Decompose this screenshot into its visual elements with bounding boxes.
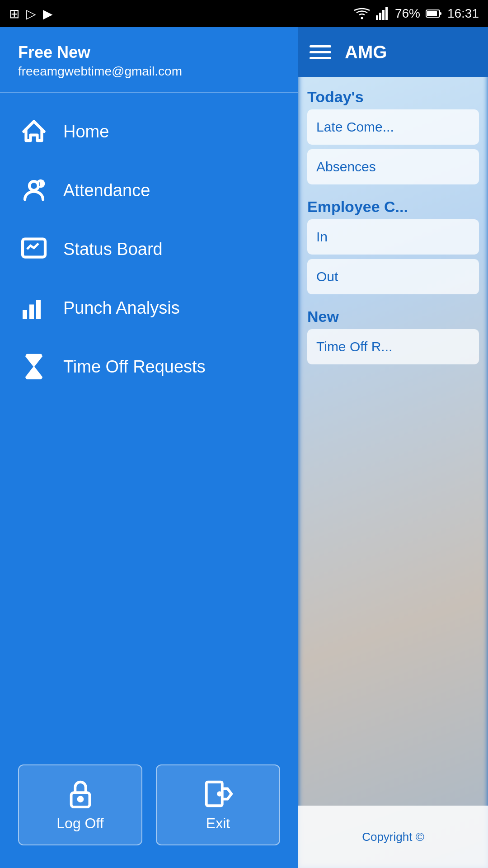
svg-rect-1 <box>376 15 378 20</box>
sidebar-email: freeamgwebtime@gmail.com <box>18 64 280 79</box>
attendance-label: Attendance <box>63 181 150 200</box>
employee-section: Employee C... In Out <box>307 198 479 299</box>
status-bar: ⊞ ▷ ▶ 76% 16:31 <box>0 0 488 27</box>
time-off-r-button[interactable]: Time Off R... <box>307 329 479 364</box>
svg-rect-13 <box>29 305 34 320</box>
employee-section-title: Employee C... <box>307 198 479 216</box>
todays-section-title: Today's <box>307 88 479 106</box>
hamburger-button[interactable] <box>310 45 331 59</box>
wifi-icon <box>353 7 371 20</box>
exit-button[interactable]: Exit <box>156 764 280 845</box>
status-bar-right: 76% 16:31 <box>353 6 479 21</box>
hamburger-line-1 <box>310 45 331 47</box>
svg-rect-7 <box>440 12 441 15</box>
app-bar-title: AMG <box>345 42 387 62</box>
home-icon <box>18 116 50 147</box>
app-bar: AMG <box>298 27 488 77</box>
copyright-text: Copyright © <box>362 830 424 844</box>
attendance-icon: i <box>18 175 50 206</box>
door-icon <box>202 778 234 810</box>
log-off-button[interactable]: Log Off <box>18 764 142 845</box>
late-comers-button[interactable]: Late Come... <box>307 109 479 145</box>
sidebar-item-time-off-requests[interactable]: Time Off Requests <box>0 337 298 396</box>
main-container: Free New freeamgwebtime@gmail.com Home <box>0 27 488 868</box>
sidebar-item-home[interactable]: Home <box>0 102 298 161</box>
copyright-bar: Copyright © <box>298 806 488 868</box>
status-board-icon <box>18 233 50 265</box>
exit-label: Exit <box>206 815 230 832</box>
status-board-label: Status Board <box>63 240 163 259</box>
time-off-requests-label: Time Off Requests <box>63 357 206 377</box>
status-bar-left-icons: ⊞ ▷ ▶ <box>9 6 53 21</box>
hamburger-line-2 <box>310 51 331 53</box>
new-section-title: New <box>307 308 479 326</box>
time-off-icon <box>18 351 50 382</box>
time-display: 16:31 <box>447 6 479 21</box>
absences-button[interactable]: Absences <box>307 149 479 184</box>
sidebar-item-status-board[interactable]: Status Board <box>0 220 298 278</box>
svg-rect-12 <box>23 310 27 319</box>
arrow-icon: ▶ <box>43 6 53 21</box>
employee-in-button[interactable]: In <box>307 219 479 255</box>
svg-rect-3 <box>382 10 385 20</box>
svg-point-0 <box>361 17 363 19</box>
right-content: AMG Today's Late Come... Absences Employ… <box>298 27 488 380</box>
log-off-label: Log Off <box>56 815 103 832</box>
punch-analysis-label: Punch Analysis <box>63 298 180 318</box>
sidebar-item-attendance[interactable]: i Attendance <box>0 161 298 220</box>
sidebar-item-punch-analysis[interactable]: Punch Analysis <box>0 278 298 337</box>
battery-percentage: 76% <box>395 6 420 21</box>
punch-analysis-icon <box>18 292 50 324</box>
svg-point-21 <box>218 793 221 795</box>
sidebar-username: Free New <box>18 43 280 62</box>
right-panel: AMG Today's Late Come... Absences Employ… <box>298 27 488 868</box>
svg-text:i: i <box>39 182 40 187</box>
todays-section: Today's Late Come... Absences <box>307 88 479 189</box>
signal-icon <box>376 7 389 20</box>
play-icon: ▷ <box>26 6 36 21</box>
lock-icon <box>65 778 96 810</box>
new-section: New Time Off R... <box>307 308 479 369</box>
sidebar-header: Free New freeamgwebtime@gmail.com <box>0 27 298 93</box>
svg-rect-4 <box>385 7 388 20</box>
dashboard: Today's Late Come... Absences Employee C… <box>298 77 488 380</box>
home-label: Home <box>63 122 109 142</box>
svg-point-19 <box>78 797 82 801</box>
sidebar-menu: Home i Attendance <box>0 93 298 751</box>
battery-icon <box>426 9 442 19</box>
employee-out-button[interactable]: Out <box>307 259 479 294</box>
sidebar-bottom-buttons: Log Off Exit <box>0 751 298 868</box>
gallery-icon: ⊞ <box>9 6 19 21</box>
hamburger-line-3 <box>310 57 331 59</box>
svg-rect-14 <box>36 300 41 320</box>
svg-rect-6 <box>427 11 437 16</box>
sidebar: Free New freeamgwebtime@gmail.com Home <box>0 27 298 868</box>
svg-rect-2 <box>379 13 381 20</box>
